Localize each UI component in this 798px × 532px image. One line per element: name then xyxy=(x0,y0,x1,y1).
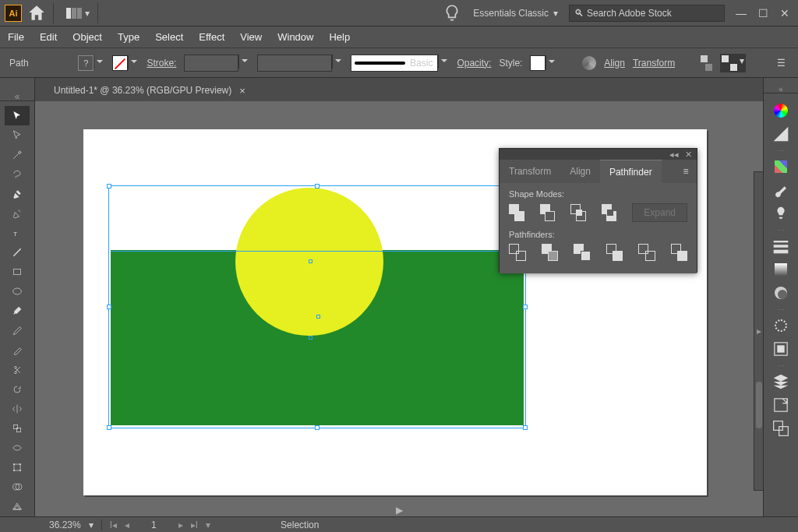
isolate-object-icon[interactable] xyxy=(701,55,712,71)
gradient-panel-icon[interactable] xyxy=(770,259,792,280)
stroke-dropdown[interactable] xyxy=(128,55,139,69)
divide-icon[interactable] xyxy=(509,244,526,261)
fill-swatch[interactable]: ? xyxy=(78,55,94,71)
swatches-panel-icon[interactable] xyxy=(770,156,792,178)
stroke-weight[interactable] xyxy=(184,55,238,72)
stroke-label[interactable]: Stroke: xyxy=(147,58,176,69)
ellipse-tool[interactable] xyxy=(5,282,30,301)
shape-builder-tool[interactable] xyxy=(5,477,30,497)
magic-wand-tool[interactable] xyxy=(5,145,30,164)
artboard-nav-dropdown[interactable]: ▾ xyxy=(206,520,210,530)
adobe-stock-search[interactable]: 🔍︎ Search Adobe Stock xyxy=(569,5,725,22)
layers-panel-icon[interactable] xyxy=(770,371,792,393)
asset-export-panel-icon[interactable] xyxy=(770,394,792,416)
home-icon[interactable] xyxy=(26,3,47,23)
menu-effect[interactable]: Effect xyxy=(199,31,224,43)
close-button[interactable]: ✕ xyxy=(779,8,790,19)
next-artboard-icon[interactable]: ▸ xyxy=(178,520,183,530)
panel-menu-icon[interactable]: ≡ xyxy=(675,160,697,183)
intersect-icon[interactable] xyxy=(570,204,586,221)
perspective-grid-tool[interactable] xyxy=(5,497,30,516)
curvature-tool[interactable] xyxy=(5,203,30,223)
lightbulb-icon[interactable] xyxy=(442,3,462,23)
type-tool[interactable]: T xyxy=(5,224,30,243)
zoom-level[interactable]: 36.23% xyxy=(49,520,81,530)
free-transform-tool[interactable] xyxy=(5,458,30,477)
menu-file[interactable]: File xyxy=(8,31,24,43)
pen-tool[interactable] xyxy=(5,184,30,203)
opacity-label[interactable]: Opacity: xyxy=(457,58,491,69)
panel-header[interactable]: ◂◂ ✕ xyxy=(500,149,697,160)
rectangle-tool[interactable] xyxy=(5,262,30,282)
last-artboard-icon[interactable]: ▸I xyxy=(191,520,198,530)
artboards-panel-icon[interactable] xyxy=(770,417,792,439)
paintbrush-tool[interactable] xyxy=(5,301,30,321)
tab-pathfinder[interactable]: Pathfinder xyxy=(600,160,662,183)
menu-view[interactable]: View xyxy=(240,31,262,43)
symbols-panel-icon[interactable] xyxy=(770,203,792,224)
document-tab[interactable]: Untitled-1* @ 36.23% (RGB/GPU Preview) × xyxy=(43,79,256,101)
stroke-swatch[interactable] xyxy=(112,55,128,71)
tools-expand-icon[interactable]: « xyxy=(0,92,34,101)
outline-icon[interactable] xyxy=(638,244,655,261)
menu-help[interactable]: Help xyxy=(329,31,350,43)
menu-window[interactable]: Window xyxy=(277,31,313,43)
fill-dropdown[interactable] xyxy=(94,55,104,69)
control-panel-menu-icon[interactable]: ☰ xyxy=(774,53,789,73)
transform-label[interactable]: Transform xyxy=(633,58,675,69)
eraser-tool[interactable] xyxy=(5,340,30,360)
panel-collapse-icon[interactable]: ◂◂ xyxy=(669,150,679,160)
first-artboard-icon[interactable]: I◂ xyxy=(110,520,117,530)
select-similar-icon[interactable] xyxy=(722,55,737,71)
graphic-style-swatch[interactable] xyxy=(530,55,546,71)
scale-tool[interactable] xyxy=(5,419,30,439)
appearance-panel-icon[interactable] xyxy=(770,315,792,336)
color-guide-panel-icon[interactable] xyxy=(770,123,792,145)
menu-select[interactable]: Select xyxy=(155,31,183,43)
menu-type[interactable]: Type xyxy=(118,31,139,43)
brush-definition[interactable]: Basic xyxy=(351,55,438,72)
pencil-tool[interactable] xyxy=(5,321,30,340)
close-tab-icon[interactable]: × xyxy=(239,85,245,97)
variable-width-profile[interactable] xyxy=(257,55,332,72)
trim-icon[interactable] xyxy=(542,244,559,261)
brushes-panel-icon[interactable] xyxy=(770,179,792,201)
crop-icon[interactable] xyxy=(606,244,623,261)
transparency-panel-icon[interactable] xyxy=(770,282,792,304)
line-segment-tool[interactable] xyxy=(5,243,30,262)
rotate-tool[interactable] xyxy=(5,379,30,399)
exclude-icon[interactable] xyxy=(602,204,617,221)
recolor-artwork-icon[interactable] xyxy=(581,53,596,73)
direct-selection-tool[interactable] xyxy=(5,125,30,145)
selection-tool[interactable] xyxy=(5,106,30,125)
tab-align[interactable]: Align xyxy=(560,160,600,183)
panel-close-icon[interactable]: ✕ xyxy=(685,150,692,160)
menu-edit[interactable]: Edit xyxy=(40,31,57,43)
width-tool[interactable] xyxy=(5,439,30,458)
pathfinder-panel[interactable]: ◂◂ ✕ Transform Align Pathfinder ≡ Shape … xyxy=(499,148,697,273)
artboard-number[interactable]: 1 xyxy=(137,520,171,530)
right-dock-scrollbar[interactable] xyxy=(756,382,762,428)
merge-icon[interactable] xyxy=(574,244,591,261)
horizontal-scroll-thumb[interactable]: ▶ xyxy=(396,505,403,516)
prev-artboard-icon[interactable]: ◂ xyxy=(125,520,129,530)
graphic-styles-panel-icon[interactable] xyxy=(770,338,792,360)
minimize-button[interactable]: — xyxy=(736,8,747,19)
maximize-button[interactable]: ☐ xyxy=(757,8,768,19)
lasso-tool[interactable] xyxy=(5,164,30,184)
right-dock-expand-icon[interactable]: « xyxy=(764,86,798,93)
zoom-dropdown-icon[interactable]: ▾ xyxy=(89,520,94,530)
minus-front-icon[interactable] xyxy=(540,204,556,221)
minus-back-icon[interactable] xyxy=(671,244,688,261)
stroke-panel-icon[interactable] xyxy=(770,235,792,257)
arrange-documents-icon[interactable]: ▾ xyxy=(65,3,91,23)
scissors-tool[interactable] xyxy=(5,360,30,379)
workspace-switcher[interactable]: Essentials Classic▾ xyxy=(473,8,558,19)
reflect-tool[interactable] xyxy=(5,399,30,418)
align-label[interactable]: Align xyxy=(604,58,625,69)
color-panel-icon[interactable] xyxy=(770,100,792,122)
tab-transform[interactable]: Transform xyxy=(500,160,560,183)
right-dock-collapse[interactable]: ▸ xyxy=(754,171,763,491)
unite-icon[interactable] xyxy=(509,204,524,221)
menu-object[interactable]: Object xyxy=(72,31,102,43)
